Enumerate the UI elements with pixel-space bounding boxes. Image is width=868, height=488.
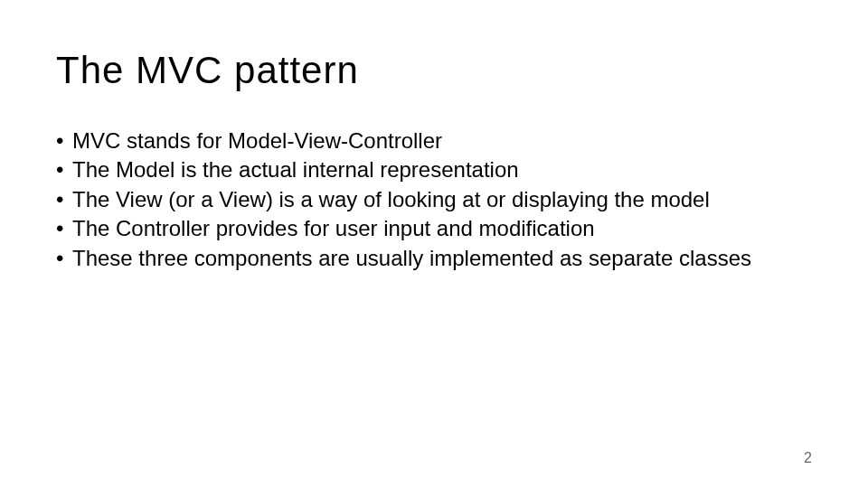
list-item: The Model is the actual internal represe… xyxy=(56,155,812,184)
list-item: The View (or a View) is a way of looking… xyxy=(56,185,812,214)
list-item: The Controller provides for user input a… xyxy=(56,214,812,243)
list-item: These three components are usually imple… xyxy=(56,244,812,273)
page-number: 2 xyxy=(804,450,812,466)
slide-title: The MVC pattern xyxy=(56,49,359,92)
list-item: MVC stands for Model-View-Controller xyxy=(56,127,812,155)
bullet-list: MVC stands for Model-View-Controller The… xyxy=(56,127,812,273)
